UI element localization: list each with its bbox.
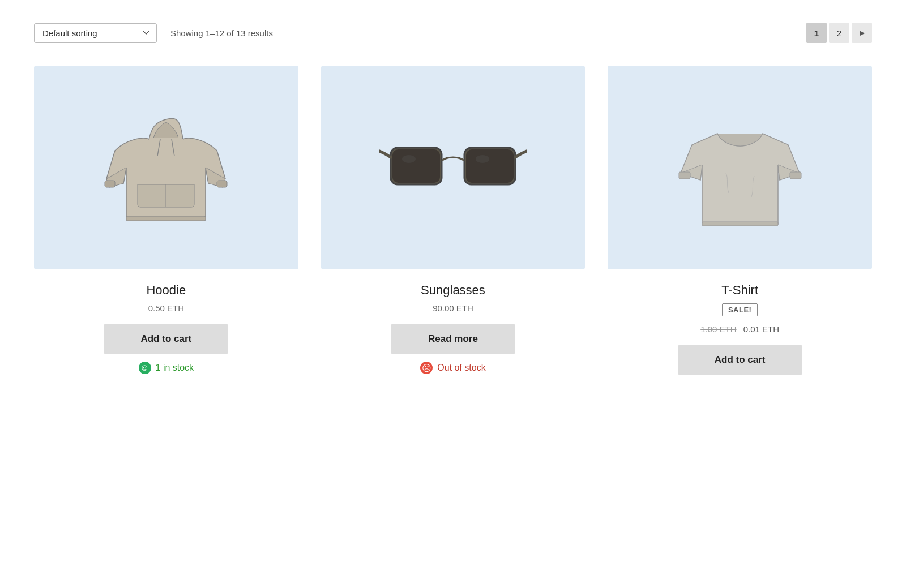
top-bar: Default sorting Sort by popularity Sort … — [34, 23, 872, 43]
svg-rect-7 — [392, 149, 440, 183]
product-card-sunglasses: Sunglasses 90.00 ETH Read more ☹ Out of … — [321, 66, 586, 383]
product-price-sunglasses: 90.00 ETH — [433, 303, 473, 313]
svg-point-11 — [476, 155, 489, 163]
product-card-tshirt: T-Shirt SALE! 1.00 ETH 0.01 ETH Add to c… — [608, 66, 872, 383]
stock-in-icon: ☺ — [139, 362, 151, 374]
read-more-sunglasses[interactable]: Read more — [391, 324, 515, 354]
svg-rect-4 — [217, 181, 227, 187]
product-name-tshirt: T-Shirt — [721, 283, 758, 298]
product-name-sunglasses: Sunglasses — [421, 283, 485, 298]
stock-status-hoodie: ☺ 1 in stock — [139, 362, 194, 374]
stock-status-sunglasses: ☹ Out of stock — [420, 362, 485, 374]
svg-rect-13 — [790, 172, 801, 179]
stock-out-icon: ☹ — [420, 362, 433, 374]
results-text: Showing 1–12 of 13 results — [170, 28, 273, 38]
page-1-button[interactable]: 1 — [806, 23, 827, 43]
top-bar-left: Default sorting Sort by popularity Sort … — [34, 23, 273, 43]
stock-text-hoodie: 1 in stock — [156, 363, 194, 373]
svg-rect-14 — [702, 222, 778, 226]
product-name-hoodie: Hoodie — [146, 283, 186, 298]
sale-badge-tshirt: SALE! — [722, 303, 758, 316]
stock-text-sunglasses: Out of stock — [437, 363, 485, 373]
svg-rect-3 — [105, 181, 115, 187]
svg-point-10 — [402, 155, 416, 163]
add-to-cart-tshirt[interactable]: Add to cart — [678, 345, 802, 375]
svg-rect-5 — [126, 216, 206, 221]
pagination: 1 2 ▶ — [806, 23, 872, 43]
svg-rect-9 — [466, 149, 514, 183]
product-image-tshirt[interactable] — [608, 66, 872, 269]
product-card-hoodie: Hoodie 0.50 ETH Add to cart ☺ 1 in stock — [34, 66, 298, 383]
next-page-button[interactable]: ▶ — [852, 23, 872, 43]
product-price-tshirt: 1.00 ETH 0.01 ETH — [700, 324, 779, 334]
product-price-hoodie: 0.50 ETH — [148, 303, 184, 313]
product-image-sunglasses[interactable] — [321, 66, 586, 269]
sale-price-tshirt: 0.01 ETH — [743, 324, 779, 334]
svg-rect-12 — [679, 172, 690, 179]
product-grid: Hoodie 0.50 ETH Add to cart ☺ 1 in stock — [34, 66, 872, 383]
product-image-hoodie[interactable] — [34, 66, 298, 269]
add-to-cart-hoodie[interactable]: Add to cart — [104, 324, 228, 354]
page-2-button[interactable]: 2 — [829, 23, 849, 43]
sort-select[interactable]: Default sorting Sort by popularity Sort … — [34, 23, 157, 43]
original-price-tshirt: 1.00 ETH — [700, 324, 736, 334]
